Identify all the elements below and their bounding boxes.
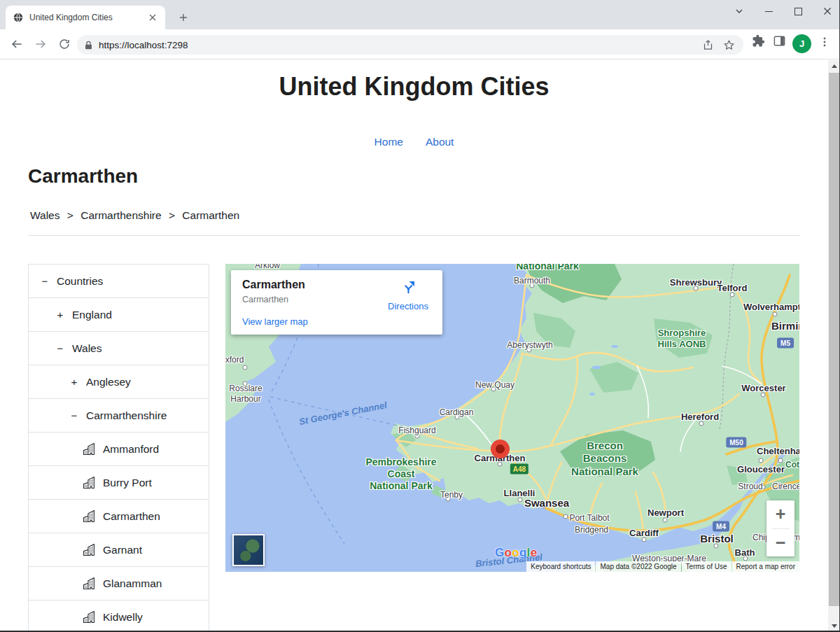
map-label-shrewsbury: Shrewsbury <box>670 277 722 288</box>
google-map-embed[interactable]: ArklowNational ParkBarmouthShrewsburyTel… <box>225 264 799 572</box>
nav-link-home[interactable]: Home <box>374 136 403 148</box>
tree-item-countries[interactable]: − Countries <box>29 265 209 298</box>
minimize-button[interactable] <box>763 6 774 17</box>
map-label-port-talbot: Port Talbot <box>569 513 609 524</box>
map-label-worcester: Worcester <box>741 383 785 394</box>
zoom-out-button[interactable]: − <box>766 529 794 557</box>
google-logo[interactable]: Google <box>495 546 537 560</box>
map-label-m50: M50 <box>726 437 746 448</box>
padlock-icon[interactable] <box>84 41 93 50</box>
tree-item-wales[interactable]: − Wales <box>29 332 209 365</box>
bookmark-star-icon[interactable] <box>721 37 736 52</box>
extensions-icon[interactable] <box>752 34 765 48</box>
map-label-gloucester: Gloucester <box>737 464 785 475</box>
tree-item-label: England <box>72 309 112 321</box>
tree-toggle-icon[interactable]: − <box>55 342 65 354</box>
tree-item-label: Countries <box>57 275 103 288</box>
map-label-wolverhampton: Wolverhampton <box>743 302 799 313</box>
back-button[interactable] <box>8 36 25 52</box>
country-tree: − Countries + England − Wales + Anglesey… <box>28 264 209 632</box>
reload-button[interactable] <box>56 36 73 52</box>
forward-button[interactable] <box>32 36 49 52</box>
share-icon[interactable] <box>700 37 715 52</box>
tree-item-anglesey[interactable]: + Anglesey <box>29 365 209 399</box>
scrollbar-up-arrow[interactable] <box>828 60 840 72</box>
tree-item-label: Garnant <box>103 544 142 556</box>
nav-link-about[interactable]: About <box>426 136 454 148</box>
map-label-st-george-s-channel: St George's Channel <box>298 400 388 428</box>
address-bar[interactable]: https://localhost:7298 <box>77 35 743 55</box>
map-label-cardiff: Cardiff <box>629 528 659 539</box>
map-label-birmingham: Birmingham <box>771 320 799 332</box>
tree-item-ammanford[interactable]: Ammanford <box>29 433 209 466</box>
breadcrumb-separator: > <box>67 209 74 221</box>
map-label-brecon-beacons-national-park: Brecon Beacons National Park <box>571 440 638 478</box>
attribution-terms-of-use[interactable]: Terms of Use <box>682 561 732 572</box>
map-label-a48: A48 <box>510 464 528 475</box>
town-dot <box>778 458 783 463</box>
map-label-arklow: Arklow <box>255 264 280 270</box>
tree-item-england[interactable]: + England <box>29 298 209 332</box>
map-label-tenby: Tenby <box>440 490 463 500</box>
browser-tab[interactable]: United Kingdom Cities <box>6 6 165 29</box>
map-label-new-quay: New Quay <box>475 380 514 391</box>
attribution-keyboard-shortcuts[interactable]: Keyboard shortcuts <box>526 561 595 572</box>
page-title: United Kingdom Cities <box>0 72 828 101</box>
town-dot <box>243 365 248 370</box>
town-dot <box>564 514 568 519</box>
tree-toggle-icon[interactable]: + <box>55 309 65 321</box>
browser-window: United Kingdom Cities <box>0 0 840 632</box>
tree-item-carmarthenshire[interactable]: − Carmarthenshire <box>29 399 209 433</box>
satellite-toggle-thumbnail[interactable] <box>232 534 265 566</box>
city-heading: Carmarthen <box>28 165 138 188</box>
tree-item-label: Wales <box>72 342 102 355</box>
map-label-cheltenham: Cheltenham <box>757 446 799 457</box>
city-buildings-icon <box>83 544 96 556</box>
carmarthen-map-marker[interactable] <box>491 440 510 458</box>
url-text: https://localhost:7298 <box>99 40 700 50</box>
tree-item-kidwelly[interactable]: Kidwelly <box>29 601 209 632</box>
map-label-cardigan: Cardigan <box>440 407 474 418</box>
tree-item-label: Kidwelly <box>103 611 143 624</box>
directions-button[interactable]: Directions <box>382 279 434 311</box>
window-chevron-icon[interactable] <box>734 6 745 17</box>
page-content: United Kingdom Cities Home About Carmart… <box>0 60 828 632</box>
browser-menu-icon[interactable] <box>819 36 830 48</box>
view-larger-map-link[interactable]: View larger map <box>242 316 308 327</box>
city-buildings-icon <box>83 443 96 455</box>
directions-label: Directions <box>382 301 434 311</box>
map-label-newport: Newport <box>648 507 684 519</box>
attribution-report-a-map-error[interactable]: Report a map error <box>732 561 799 572</box>
map-label-shropshire-hills-aonb: Shropshire Hills AONB <box>658 328 706 350</box>
map-label-rosslare-harbour: Rosslare Harbour <box>229 384 262 404</box>
tree-toggle-icon[interactable]: + <box>69 376 79 388</box>
map-zoom-control: + − <box>766 500 794 556</box>
page-scrollbar[interactable] <box>828 60 840 632</box>
tree-item-label: Anglesey <box>86 376 131 388</box>
tree-item-garnant[interactable]: Garnant <box>29 533 209 567</box>
map-label-hereford: Hereford <box>681 412 719 423</box>
zoom-in-button[interactable]: + <box>766 500 794 528</box>
tree-toggle-icon[interactable]: − <box>40 275 50 287</box>
new-tab-button[interactable] <box>175 9 192 26</box>
browser-titlebar: United Kingdom Cities <box>0 0 840 29</box>
side-panel-icon[interactable] <box>773 34 786 48</box>
tree-toggle-icon[interactable]: − <box>69 409 79 421</box>
map-label-cotswolds: Cotswolds <box>785 460 799 470</box>
tree-item-carmarthen[interactable]: Carmarthen <box>29 500 209 533</box>
map-attribution: Keyboard shortcutsMap data ©2022 GoogleT… <box>526 561 799 572</box>
tree-item-glanamman[interactable]: Glanamman <box>29 567 209 601</box>
breadcrumb-wales[interactable]: Wales <box>30 209 60 221</box>
breadcrumb-carmarthenshire[interactable]: Carmarthenshire <box>80 209 161 221</box>
map-label-m5: M5 <box>777 338 794 349</box>
tree-item-label: Burry Port <box>103 477 152 489</box>
maximize-button[interactable] <box>792 6 804 17</box>
profile-avatar[interactable]: J <box>792 34 811 53</box>
map-label-swansea: Swansea <box>524 497 569 510</box>
tree-item-burry-port[interactable]: Burry Port <box>29 466 209 500</box>
tab-close-icon[interactable] <box>147 12 158 23</box>
scrollbar-thumb[interactable] <box>829 73 839 606</box>
map-label-bristol: Bristol <box>700 533 734 545</box>
tree-item-label: Ammanford <box>103 443 159 456</box>
close-button[interactable] <box>822 6 833 17</box>
